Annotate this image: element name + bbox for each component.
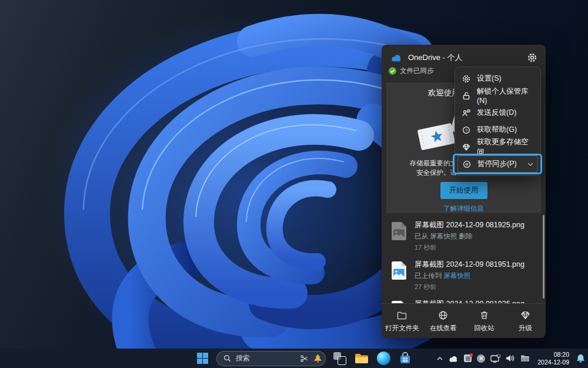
- scissors-icon: [300, 354, 309, 363]
- activity-list: 屏幕截图 2024-12-09 081925.png 已从 屏幕快照 删除 17…: [382, 216, 542, 304]
- settings-gear-button[interactable]: [527, 52, 537, 63]
- activity-item[interactable]: 屏幕截图 2024-12-09 081925.png 已上传到 屏幕快照: [382, 295, 542, 304]
- feedback-icon: [462, 108, 471, 118]
- volume-icon[interactable]: [506, 354, 515, 362]
- learn-more-link[interactable]: 了解详细信息: [443, 204, 484, 213]
- gear-icon: [462, 74, 471, 84]
- sync-status-text: 文件已同步: [400, 67, 434, 75]
- trash-icon: [479, 310, 490, 321]
- deleted-file-thumbnail-icon: [391, 220, 407, 252]
- file-action: 已从 屏幕快照 删除: [415, 232, 524, 241]
- windows-logo-icon: [197, 353, 208, 364]
- tray-disconnected-icon[interactable]: [477, 354, 485, 363]
- search-box[interactable]: 搜索: [216, 351, 326, 366]
- panel-title: OneDrive - 个人: [408, 52, 462, 63]
- start-button[interactable]: [195, 351, 210, 366]
- globe-icon: [437, 310, 449, 321]
- clock-time: 08:20: [537, 351, 569, 359]
- menu-item-pause-sync[interactable]: 暂停同步(P): [457, 155, 538, 173]
- chevron-down-icon: [527, 163, 533, 166]
- open-folder-button[interactable]: 打开文件夹: [382, 310, 423, 333]
- flyout-header: OneDrive - 个人: [382, 45, 546, 63]
- clock[interactable]: 08:20 2024-12-09: [537, 351, 569, 366]
- clock-date: 2024-12-09: [537, 359, 569, 366]
- onedrive-context-menu: 设置(S) 解锁个人保管库(N) 发送反馈(D) ?: [455, 67, 541, 176]
- svg-text:?: ?: [465, 128, 468, 133]
- folder-icon: [396, 310, 407, 321]
- onedrive-logo-icon: [390, 54, 403, 62]
- holiday-tree-icon: [313, 354, 322, 363]
- folder-link[interactable]: 屏幕快照: [443, 272, 470, 279]
- file-time: 17 秒前: [415, 243, 524, 252]
- activity-item[interactable]: 屏幕截图 2024-12-09 081951.png 已上传到 屏幕快照 27 …: [382, 256, 542, 295]
- app-with-red-dot-icon: [464, 354, 472, 362]
- file-name: 屏幕截图 2024-12-09 081951.png: [415, 260, 524, 270]
- onedrive-tray-icon[interactable]: [448, 355, 459, 362]
- microsoft-store-button[interactable]: [397, 351, 413, 366]
- task-view-button[interactable]: [332, 351, 348, 366]
- file-explorer-button[interactable]: [354, 351, 369, 366]
- star-ticket-shape: [417, 123, 455, 151]
- edge-browser-button[interactable]: [376, 351, 391, 366]
- store-icon: [399, 352, 412, 365]
- menu-item-get-help[interactable]: ? 获取帮助(G): [457, 121, 538, 138]
- taskbar: 搜索: [0, 349, 588, 368]
- chevron-up-icon: [437, 357, 443, 360]
- file-time: 27 秒前: [415, 283, 524, 291]
- diamond-icon: [462, 142, 471, 152]
- tray-overflow-chevron-button[interactable]: [437, 357, 443, 360]
- pause-icon: [462, 160, 472, 169]
- menu-item-unlock-vault[interactable]: 解锁个人保管库(N): [457, 87, 538, 104]
- tray-app-notification-icon[interactable]: [464, 354, 472, 362]
- taskbar-center-group: 搜索: [195, 349, 413, 368]
- file-explorer-icon: [355, 353, 369, 364]
- menu-item-send-feedback[interactable]: 发送反馈(D): [457, 104, 538, 121]
- display-project-icon[interactable]: [490, 354, 500, 363]
- image-file-thumbnail-icon: [391, 260, 407, 291]
- flyout-footer: 打开文件夹 在线查看 回收站 升级: [382, 303, 546, 338]
- help-icon: ?: [462, 125, 471, 135]
- view-online-button[interactable]: 在线查看: [423, 310, 464, 333]
- menu-item-get-more-storage[interactable]: 获取更多存储空间: [457, 138, 538, 155]
- activity-item[interactable]: 屏幕截图 2024-12-09 081925.png 已从 屏幕快照 删除 17…: [382, 216, 542, 256]
- notification-bell-button[interactable]: [576, 354, 585, 363]
- task-view-icon: [333, 352, 346, 365]
- upgrade-button[interactable]: 升级: [505, 310, 546, 333]
- sync-complete-icon: [389, 67, 396, 75]
- file-action: 已上传到 屏幕快照: [415, 271, 524, 280]
- search-placeholder: 搜索: [236, 353, 295, 363]
- system-tray: 08:20 2024-12-09: [437, 349, 585, 368]
- file-name: 屏幕截图 2024-12-09 081925.png: [415, 220, 524, 230]
- scrollbar-thumb[interactable]: [543, 215, 544, 299]
- folder-link[interactable]: 屏幕快照: [430, 233, 457, 240]
- menu-item-settings[interactable]: 设置(S): [457, 70, 538, 87]
- get-started-button[interactable]: 开始使用: [440, 182, 487, 199]
- tray-folder-icon[interactable]: [520, 354, 530, 362]
- diamond-icon: [520, 310, 531, 321]
- edge-icon: [377, 352, 390, 365]
- bell-icon: [576, 354, 585, 363]
- search-icon: [223, 354, 231, 362]
- cloud-icon: [448, 355, 459, 362]
- recycle-bin-button[interactable]: 回收站: [464, 310, 505, 333]
- circle-x-icon: [477, 354, 485, 363]
- unlock-icon: [462, 91, 471, 101]
